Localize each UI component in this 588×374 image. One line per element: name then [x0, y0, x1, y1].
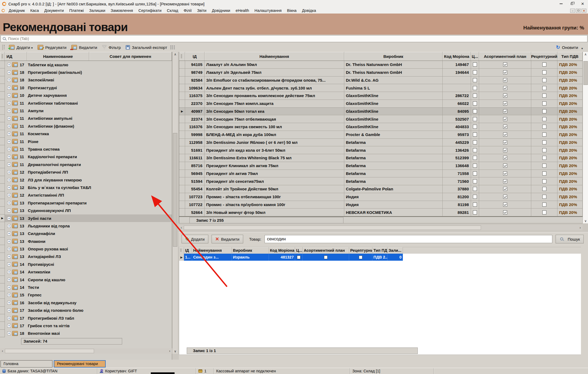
expand-icon[interactable]: + [7, 63, 11, 67]
checkbox[interactable] [473, 171, 477, 176]
search-input[interactable] [8, 37, 587, 41]
expand-icon[interactable]: + [7, 201, 11, 205]
table-row[interactable]: 112958З/п Dentissimo Junior Яблоко ( от … [179, 139, 583, 147]
checkbox[interactable] [473, 148, 477, 152]
expand-icon[interactable]: + [7, 217, 11, 220]
scroll-right-icon[interactable]: › [578, 225, 583, 230]
tree-row[interactable]: +11Кардіологічні препарати [0, 153, 172, 161]
column-header[interactable]: Тип ПДВ [372, 247, 387, 254]
table-row[interactable]: 85716Президент Клиникал з/п актив 75млBe… [179, 162, 583, 170]
expand-icon[interactable]: + [7, 209, 11, 212]
checkbox[interactable] [473, 86, 477, 90]
tree-row[interactable]: +15Герпес [0, 291, 172, 299]
tree-row[interactable]: +14Антиколіки [0, 268, 172, 276]
table-row[interactable]: 55454Колгейт з/п Тройное Действие 50млCo… [179, 185, 583, 193]
checkbox[interactable] [503, 210, 507, 214]
table-row[interactable]: 59998БЛЕНД-А-МЕД з/п кора дуба 100млProc… [179, 131, 583, 139]
checkbox[interactable] [542, 195, 546, 199]
column-header[interactable]: Ц... [295, 247, 303, 254]
expand-icon[interactable]: + [7, 247, 11, 251]
tree-row[interactable]: +17Грибок стоп та нігтів [0, 322, 172, 329]
checkbox[interactable] [473, 125, 477, 129]
expand-icon[interactable]: + [7, 140, 11, 143]
table-vertical-scrollbar[interactable]: ∧ ∨ [583, 52, 588, 223]
checkbox[interactable] [473, 94, 477, 98]
expand-icon[interactable]: + [7, 71, 11, 74]
toolbar-grip[interactable] [2, 45, 5, 50]
column-header[interactable]: Асортиментний план [479, 52, 531, 61]
checkbox[interactable] [542, 164, 546, 168]
checkbox[interactable] [503, 70, 507, 74]
tree-column-id[interactable]: ИД [5, 52, 27, 61]
menu-item[interactable]: Замовлення [108, 8, 136, 13]
checkbox[interactable] [473, 210, 477, 214]
checkbox[interactable] [359, 256, 362, 259]
menu-item[interactable]: eHealth [233, 8, 252, 13]
expand-icon[interactable]: + [7, 255, 11, 258]
tree-row[interactable]: +13Протипаразитарні препарати [0, 199, 172, 207]
tree-row[interactable]: +16Засоби від педикульозу [0, 299, 172, 306]
checkbox[interactable] [473, 164, 477, 168]
expand-icon[interactable]: + [7, 240, 11, 243]
checkbox[interactable] [503, 117, 507, 121]
checkbox[interactable] [473, 117, 477, 121]
tree-row[interactable]: +13Опорно рухова мазі [0, 245, 172, 253]
tree-row[interactable]: +12Протидіабетичні ЛП [0, 168, 172, 176]
expand-icon[interactable]: + [7, 309, 11, 312]
menu-item[interactable]: Платежі [66, 8, 86, 13]
bottom-search-button[interactable]: Пошук [556, 235, 584, 243]
tree-row[interactable]: +11Ампули [0, 107, 172, 114]
refresh-button[interactable]: ↻ Оновити [554, 44, 585, 51]
expand-icon[interactable]: + [7, 147, 11, 151]
table-row[interactable]: 116375З/п Сенсодин пронамель комплексное… [179, 92, 583, 100]
table-row[interactable]: ▶40997З/п Сенсодин 50мл тотал кеаGlaxoSm… [179, 108, 583, 115]
scroll-down-icon[interactable]: ∨ [583, 219, 588, 223]
checkbox[interactable] [503, 109, 507, 113]
tree-row[interactable]: +10Протизастудні [0, 84, 172, 91]
tree-row[interactable]: +14Тести [0, 283, 172, 291]
checkbox[interactable] [473, 140, 477, 144]
scroll-up-icon[interactable]: ∧ [583, 52, 588, 57]
checkbox[interactable] [473, 70, 477, 74]
checkbox[interactable] [503, 94, 507, 98]
expand-icon[interactable]: + [7, 132, 11, 135]
checkbox[interactable] [503, 148, 507, 152]
checkbox[interactable] [542, 203, 546, 207]
menu-item[interactable]: Довідка [299, 8, 319, 13]
expand-icon[interactable]: + [7, 155, 11, 158]
column-header[interactable]: Рецептурний [349, 247, 372, 254]
checkbox[interactable] [542, 117, 546, 121]
checkbox[interactable] [542, 140, 546, 144]
checkbox[interactable] [503, 171, 507, 176]
table-row[interactable]: 107723Промис - з/паста отбеливающая 100г… [179, 193, 583, 201]
checkbox[interactable] [542, 210, 546, 214]
table-row[interactable]: 52664З/п Новый жемчуг фтор 50млНЕВСКАЯ К… [179, 208, 583, 216]
tree-row[interactable]: +13Судиннозвужуючі ЛП [0, 207, 172, 214]
expand-icon[interactable]: + [7, 316, 11, 320]
checkbox[interactable] [503, 195, 507, 199]
expand-icon[interactable]: + [7, 86, 11, 90]
expand-icon[interactable]: + [7, 124, 11, 128]
table-row[interactable]: 51691Президент з/п кидз кола от 3-6лет 5… [179, 146, 583, 154]
checkbox[interactable] [297, 256, 300, 259]
expand-icon[interactable]: + [7, 117, 11, 120]
checkbox[interactable] [473, 203, 477, 207]
tree-row[interactable]: +12ЛЗ для лікування геморою [0, 176, 172, 184]
column-header[interactable]: Код Моріона [269, 247, 295, 254]
mdi-restore-button[interactable] [576, 9, 581, 13]
checkbox[interactable] [542, 78, 546, 82]
tree-row[interactable]: +11Косметика [0, 130, 172, 138]
mdi-minimize-button[interactable]: – [570, 9, 575, 13]
scroll-left-icon[interactable]: ‹ [179, 225, 184, 230]
checkbox[interactable] [542, 125, 546, 129]
edit-button[interactable]: Редагувати [36, 44, 68, 51]
expand-icon[interactable]: + [7, 78, 11, 82]
table-row[interactable]: 109634Альпен Дент паста зубн. отбел. д/ч… [179, 84, 583, 92]
table-row[interactable]: ▶1...Сенсодин з...Израиль481327ПДВ 2...0 [179, 254, 581, 261]
menu-item[interactable]: Довідники [209, 8, 233, 13]
mdi-close-button[interactable]: × [582, 9, 586, 13]
expand-icon[interactable]: + [7, 178, 11, 182]
column-header[interactable]: Асортиментний план [303, 247, 349, 254]
expand-icon[interactable]: + [7, 193, 11, 197]
checkbox[interactable] [503, 133, 507, 137]
